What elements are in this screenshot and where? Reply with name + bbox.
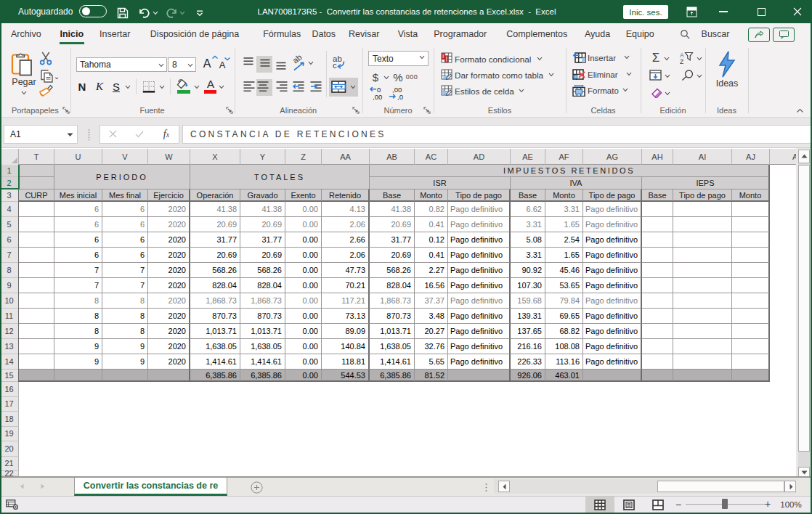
svg-text:,0: ,0	[397, 93, 403, 101]
svg-text:,00: ,00	[373, 93, 382, 101]
svg-text:Z: Z	[680, 58, 683, 65]
